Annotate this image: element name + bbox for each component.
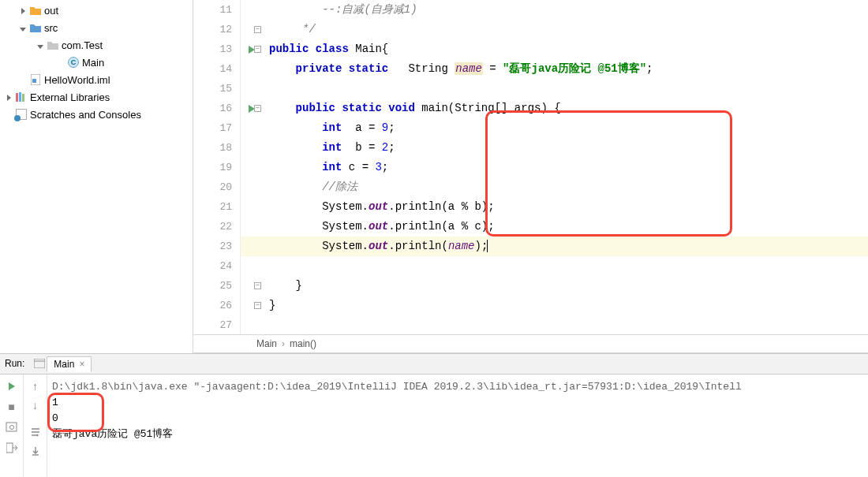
tree-item-src[interactable]: src [0,19,193,36]
fold-icon[interactable]: − [254,302,261,309]
line-number[interactable]: 13 [193,39,241,59]
code-text[interactable]: public static void main(String[] args) { [263,99,868,118]
code-text[interactable]: --:自减(自身减1) [263,0,868,20]
dump-threads-button[interactable] [3,419,21,436]
code-line-26[interactable]: 26−} [193,296,868,315]
code-text[interactable]: int c = 3; [263,158,868,177]
console-line: 1 [52,395,863,411]
code-text[interactable]: System.out.println(a % b); [263,197,868,217]
rerun-button[interactable] [3,378,21,395]
breadcrumb-item[interactable]: Main [256,338,277,349]
code-line-16[interactable]: 16− public static void main(String[] arg… [193,99,868,118]
code-line-11[interactable]: 11 --:自减(自身减1) [193,0,868,20]
stop-button[interactable]: ■ [3,398,21,416]
code-area[interactable]: 11 --:自减(自身减1)12− */13−public class Main… [193,0,868,334]
tree-item-out[interactable]: out [0,2,193,19]
line-number[interactable]: 14 [193,59,241,79]
application-icon [34,359,47,368]
tree-item-scratches-and-consoles[interactable]: Scratches and Consoles [0,106,193,123]
tree-item-helloworld-iml[interactable]: HelloWorld.iml [0,71,193,88]
breadcrumb-item[interactable]: main() [290,338,316,349]
fold-icon[interactable]: − [254,105,261,112]
tree-label: com.Test [60,39,103,51]
code-text[interactable]: System.out.println(name); [263,237,868,256]
fold-icon[interactable]: − [254,46,261,53]
code-line-21[interactable]: 21 System.out.println(a % b); [193,197,868,217]
code-line-13[interactable]: 13−public class Main{ [193,39,868,59]
console-output[interactable]: D:\jdk1.8\bin\java.exe "-javaagent:D:\id… [47,375,868,477]
svg-rect-7 [6,423,17,431]
line-number[interactable]: 26 [193,296,241,315]
project-tree: outsrccom.TestCMainHelloWorld.imlExterna… [0,0,193,353]
line-number[interactable]: 25 [193,276,241,296]
line-number[interactable]: 16 [193,99,241,118]
line-number[interactable]: 22 [193,217,241,237]
code-line-14[interactable]: 14 private static String name = "磊哥java历… [193,59,868,79]
line-number[interactable]: 21 [193,197,241,217]
gutter-marks[interactable]: − [241,105,263,113]
line-number[interactable]: 20 [193,177,241,197]
code-text[interactable]: */ [263,20,868,39]
line-number[interactable]: 15 [193,79,241,99]
chevron-right-icon[interactable] [3,91,14,103]
line-number[interactable]: 18 [193,138,241,158]
code-text[interactable]: int a = 9; [263,118,868,138]
down-button[interactable]: ↓ [27,397,44,414]
package-icon [46,40,60,50]
code-line-17[interactable]: 17 int a = 9; [193,118,868,138]
run-toolbar-right: ↑ ↓ [24,375,47,477]
line-number[interactable]: 11 [193,0,241,20]
code-line-24[interactable]: 24 [193,256,868,276]
code-text[interactable]: private static String name = "磊哥java历险记 … [263,59,868,79]
chevron-down-icon[interactable] [17,22,28,34]
svg-rect-3 [19,92,21,102]
fold-icon[interactable]: − [254,26,261,33]
code-text[interactable]: } [263,296,868,315]
folder-icon [28,6,43,15]
code-line-25[interactable]: 25− } [193,276,868,296]
code-line-20[interactable]: 20 //除法 [193,177,868,197]
tree-item-external-libraries[interactable]: External Libraries [0,88,193,106]
code-line-18[interactable]: 18 int b = 2; [193,138,868,158]
libraries-icon [14,92,28,102]
line-number[interactable]: 27 [193,315,241,334]
code-text[interactable]: int b = 2; [263,138,868,158]
code-line-22[interactable]: 22 System.out.println(a % c); [193,217,868,237]
line-number[interactable]: 19 [193,158,241,177]
tree-item-main[interactable]: CMain [0,54,193,71]
scroll-to-end-button[interactable] [27,442,44,460]
close-icon[interactable]: × [74,359,84,370]
tree-item-com-test[interactable]: com.Test [0,36,193,54]
code-line-15[interactable]: 15 [193,79,868,99]
run-label: Run: [5,358,24,369]
code-text[interactable]: } [263,276,868,296]
code-line-19[interactable]: 19 int c = 3; [193,158,868,177]
fold-icon[interactable]: − [254,282,261,289]
code-line-12[interactable]: 12− */ [193,20,868,39]
editor: 11 --:自减(自身减1)12− */13−public class Main… [193,0,868,353]
tree-label: Scratches and Consoles [28,109,141,121]
run-tab[interactable]: Main × [47,356,92,372]
line-number[interactable]: 17 [193,118,241,138]
soft-wrap-button[interactable] [27,423,44,441]
code-text[interactable]: public class Main{ [263,39,868,59]
run-panel: Run: Main × ■ ↑ ↓ [0,353,868,477]
gutter-marks[interactable]: − [241,46,263,54]
source-folder-icon [28,23,43,32]
tree-label: External Libraries [28,91,110,103]
chevron-down-icon[interactable] [35,39,46,51]
line-number[interactable]: 24 [193,256,241,276]
tree-label: src [43,22,58,34]
run-toolbar-left: ■ [0,375,24,477]
code-text[interactable]: System.out.println(a % c); [263,217,868,237]
up-button[interactable]: ↑ [27,378,44,395]
line-number[interactable]: 23 [193,237,241,256]
exit-button[interactable] [3,439,21,457]
line-number[interactable]: 12 [193,20,241,39]
chevron-right-icon[interactable] [17,5,28,17]
tree-label: Main [80,57,104,69]
code-line-23[interactable]: 23 System.out.println(name); [193,237,868,256]
module-icon [28,74,43,85]
code-text[interactable]: //除法 [263,177,868,197]
code-line-27[interactable]: 27 [193,315,868,334]
